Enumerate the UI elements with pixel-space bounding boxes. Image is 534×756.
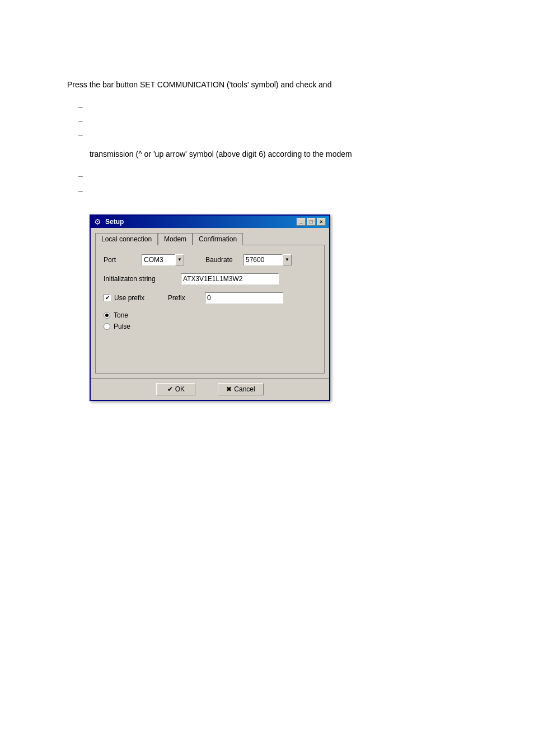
use-prefix-row: ✔ Use prefix Prefix — [104, 292, 316, 304]
init-string-label: Initializaton string — [104, 275, 176, 283]
init-string-input[interactable] — [181, 273, 279, 284]
dialog-title-buttons: _ □ × — [297, 218, 326, 226]
tone-radio-row: Tone — [104, 311, 316, 319]
pulse-label: Pulse — [114, 323, 130, 330]
port-dropdown-btn[interactable]: ▼ — [175, 254, 184, 265]
tone-pulse-group: Tone Pulse — [104, 311, 316, 330]
tab-confirmation[interactable]: Confirmation — [193, 233, 243, 245]
port-baudrate-row: Port COM3 ▼ Baudrate 57600 ▼ — [104, 254, 316, 265]
close-button[interactable]: × — [317, 218, 326, 226]
ok-button[interactable]: ✔ OK — [156, 383, 195, 395]
dash-item-2: – — [78, 114, 489, 128]
dash-item-4: – — [78, 169, 489, 183]
port-select-container: COM3 ▼ — [142, 254, 184, 265]
prefix-input[interactable] — [205, 292, 283, 304]
baudrate-value: 57600 — [243, 254, 283, 265]
use-prefix-checkbox[interactable]: ✔ — [104, 294, 111, 301]
baudrate-label: Baudrate — [205, 256, 239, 264]
dialog-title-left: ⚙ Setup — [94, 217, 124, 226]
baudrate-dropdown-btn[interactable]: ▼ — [283, 254, 292, 265]
tone-radio[interactable] — [104, 312, 110, 319]
dialog-titlebar: ⚙ Setup _ □ × — [91, 216, 329, 228]
pulse-radio-row: Pulse — [104, 323, 316, 330]
port-label: Port — [104, 256, 137, 264]
instruction-text: Press the bar button SET COMMUNICATION (… — [67, 78, 489, 91]
prefix-label: Prefix — [168, 294, 202, 302]
cancel-icon: ✖ — [226, 385, 232, 393]
tab-local-connection[interactable]: Local connection — [95, 233, 158, 245]
dash-list-2: – – — [78, 169, 489, 197]
pulse-radio[interactable] — [104, 323, 110, 330]
tab-content: Port COM3 ▼ Baudrate 57600 ▼ Initi — [95, 245, 325, 374]
dialog-title: Setup — [105, 218, 124, 226]
baudrate-select-container: 57600 ▼ — [243, 254, 292, 265]
maximize-button[interactable]: □ — [307, 218, 316, 226]
dialog-icon: ⚙ — [94, 217, 103, 226]
dialog-body: Local connection Modem Confirmation Port… — [91, 228, 329, 378]
transmission-text: transmission (^ or 'up arrow' symbol (ab… — [90, 148, 489, 160]
port-value: COM3 — [142, 254, 175, 265]
ok-icon: ✔ — [167, 385, 173, 393]
use-prefix-label: Use prefix — [114, 294, 148, 302]
setup-dialog: ⚙ Setup _ □ × Local connection Modem Con… — [90, 214, 330, 401]
tab-modem[interactable]: Modem — [158, 233, 193, 245]
tabs-row: Local connection Modem Confirmation — [95, 232, 325, 245]
ok-label: OK — [175, 385, 185, 393]
cancel-label: Cancel — [234, 385, 255, 393]
init-string-row: Initializaton string — [104, 273, 316, 284]
minimize-button[interactable]: _ — [297, 218, 306, 226]
tone-label: Tone — [114, 311, 128, 319]
dash-item-1: – — [78, 100, 489, 114]
cancel-button[interactable]: ✖ Cancel — [218, 383, 263, 395]
dialog-footer: ✔ OK ✖ Cancel — [91, 378, 329, 400]
dash-item-5: – — [78, 184, 489, 198]
dash-list-1: – – – — [78, 100, 489, 142]
dash-item-3: – — [78, 128, 489, 142]
